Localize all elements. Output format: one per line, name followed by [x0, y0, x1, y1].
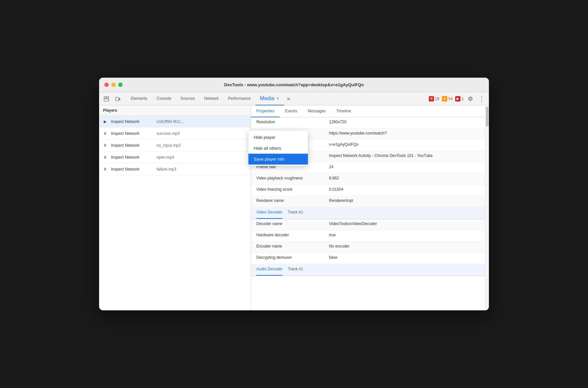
play-icon: ▶: [102, 119, 108, 124]
svg-rect-4: [119, 98, 120, 100]
property-row: Video freezing score 0.01504: [251, 185, 489, 196]
main-tabs: Elements Console Sources Network Perform…: [126, 92, 427, 105]
section-tabs: Video Decoder Track #1: [251, 207, 489, 219]
close-button[interactable]: [104, 83, 109, 87]
player-row[interactable]: ⏸ Inspect Network no_input.mp3: [99, 139, 251, 151]
tab-console[interactable]: Console: [152, 92, 176, 105]
player-id: open.mp3: [157, 155, 174, 160]
property-name: Video freezing score: [256, 187, 329, 192]
context-menu: Hide player Hide all others Save player …: [248, 131, 308, 166]
property-row: Encoder name No encoder: [251, 242, 489, 253]
svg-rect-1: [104, 99, 109, 101]
property-row: Resolution 1280x720: [251, 117, 489, 129]
svg-rect-0: [104, 97, 106, 98]
property-name: Video playback roughness: [256, 176, 329, 180]
property-value: v=e1gAyQuIFQo: [329, 142, 359, 147]
info-count: ▶ 1: [455, 96, 464, 101]
traffic-lights: [104, 83, 123, 87]
tab-media[interactable]: Media ✕: [255, 92, 284, 105]
property-value: RendererImpl: [329, 198, 353, 203]
toolbar-icon-group: [102, 94, 122, 103]
device-toolbar-icon[interactable]: [113, 94, 122, 103]
more-options-icon[interactable]: ⋮: [477, 95, 486, 103]
warning-icon: ⚠: [442, 96, 447, 101]
pause-icon: ⏸: [102, 167, 108, 172]
property-row: Hardware decoder true: [251, 230, 489, 242]
properties-tabs: Properties Events Messages Timeline: [251, 105, 489, 117]
toolbar-right: ✕ 18 ⚠ 54 ▶ 1 ⚙ ⋮: [429, 95, 486, 103]
warning-count-label: 54: [448, 97, 453, 101]
pause-icon: ⏸: [102, 155, 108, 160]
more-tabs-icon[interactable]: »: [284, 95, 293, 102]
player-type: Inspect Network: [111, 155, 154, 160]
info-icon: ▶: [455, 96, 460, 101]
property-row: Video playback roughness 8.862: [251, 174, 489, 185]
media-tab-close-icon[interactable]: ✕: [276, 96, 279, 101]
players-panel: Players ▶ Inspect Network e162ff94-f81c.…: [99, 105, 251, 310]
title-bar: DevTools - www.youtube.com/watch?app=des…: [99, 78, 489, 92]
context-menu-hide-player[interactable]: Hide player: [248, 132, 308, 143]
tab-network[interactable]: Network: [200, 92, 223, 105]
player-type: Inspect Network: [111, 131, 154, 136]
tab-performance[interactable]: Performance: [223, 92, 255, 105]
scrollbar[interactable]: [485, 105, 489, 310]
property-name: Decrypting demuxer: [256, 255, 329, 260]
context-menu-save-player-info[interactable]: Save player info: [248, 154, 308, 165]
player-id: no_input.mp3: [157, 143, 181, 148]
svg-rect-3: [116, 97, 119, 101]
property-value: 8.862: [329, 176, 339, 180]
tab-audio-decoder[interactable]: Audio Decoder: [256, 264, 282, 276]
devtools-toolbar: Elements Console Sources Network Perform…: [99, 92, 489, 105]
tab-events[interactable]: Events: [280, 105, 303, 117]
property-name: Renderer name: [256, 198, 329, 203]
property-name: Hardware decoder: [256, 233, 329, 237]
warning-count: ⚠ 54: [442, 96, 453, 101]
tab-elements[interactable]: Elements: [126, 92, 152, 105]
pause-icon: ⏸: [102, 143, 108, 148]
property-value: 24: [329, 165, 333, 169]
property-value: No encoder: [329, 244, 349, 249]
property-row: Decrypting demuxer false: [251, 253, 489, 264]
player-row[interactable]: ⏸ Inspect Network success.mp3: [99, 128, 251, 139]
tab-sources[interactable]: Sources: [176, 92, 200, 105]
property-row: Decoder name VideoTooboxVideoDecoder: [251, 219, 489, 230]
minimize-button[interactable]: [111, 83, 116, 87]
tab-properties[interactable]: Properties: [251, 105, 280, 117]
maximize-button[interactable]: [118, 83, 123, 87]
player-id: e162ff94-f81c...: [157, 119, 184, 124]
player-list: ▶ Inspect Network e162ff94-f81c... ⏸ Ins…: [99, 116, 251, 310]
players-header: Players: [99, 105, 251, 116]
property-value: https://www.youtube.com/watch?: [329, 131, 387, 136]
media-tab-label: Media: [260, 96, 275, 101]
player-id: failure.mp3: [157, 167, 176, 172]
tab-timeline[interactable]: Timeline: [331, 105, 356, 117]
property-value: true: [329, 233, 336, 237]
inspect-element-icon[interactable]: [102, 94, 111, 103]
tab-track1[interactable]: Track #1: [288, 207, 303, 219]
property-value: false: [329, 255, 337, 260]
player-type: Inspect Network: [111, 167, 154, 172]
settings-icon[interactable]: ⚙: [466, 95, 474, 102]
player-row[interactable]: ⏸ Inspect Network failure.mp3: [99, 163, 251, 175]
property-value: 1280x720: [329, 120, 347, 124]
property-name: Decoder name: [256, 221, 329, 226]
scrollbar-thumb: [486, 107, 489, 127]
svg-rect-2: [107, 97, 109, 98]
audio-section-tabs: Audio Decoder Track #1: [251, 264, 489, 276]
property-row: Renderer name RendererImpl: [251, 196, 489, 207]
error-count: ✕ 18: [429, 96, 439, 101]
property-value: Inspect Network Activity - Chrome DevToo…: [329, 153, 433, 158]
tab-messages[interactable]: Messages: [302, 105, 331, 117]
context-menu-hide-all-others[interactable]: Hide all others: [248, 143, 308, 154]
property-name: Resolution: [256, 120, 329, 124]
property-value: 0.01504: [329, 187, 343, 192]
player-row[interactable]: ⏸ Inspect Network open.mp3: [99, 151, 251, 163]
tab-video-decoder[interactable]: Video Decoder: [256, 207, 282, 219]
player-id: success.mp3: [157, 131, 180, 136]
property-value: VideoTooboxVideoDecoder: [329, 221, 377, 226]
player-row[interactable]: ▶ Inspect Network e162ff94-f81c...: [99, 116, 251, 128]
info-count-label: 1: [461, 97, 464, 101]
player-type: Inspect Network: [111, 143, 154, 148]
pause-icon: ⏸: [102, 131, 108, 136]
tab-audio-track1[interactable]: Track #1: [288, 264, 303, 276]
